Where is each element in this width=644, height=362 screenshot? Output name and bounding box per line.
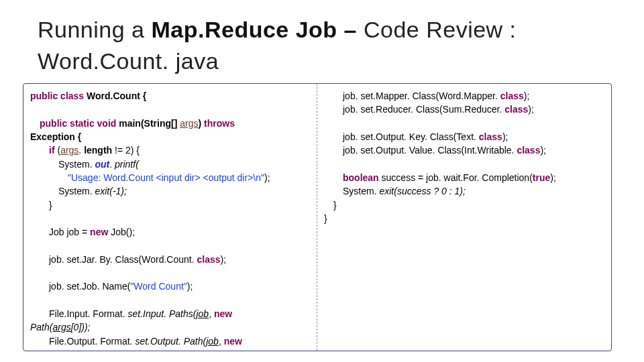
code-line: job. set.Reducer. Class(Sum.Reducer. cla…: [324, 103, 604, 116]
code-line: Job job = new Job();: [30, 225, 310, 239]
code-line: job. set.Mapper. Class(Word.Mapper. clas…: [324, 89, 604, 103]
code-line: "Usage: Word.Count <input dir> <output d…: [30, 171, 310, 184]
slide: Running a Map.Reduce Job – Code Review :…: [0, 0, 644, 362]
code-line: File.Output. Format. set.Output. Path(jo…: [30, 335, 310, 348]
code-line: Path(args[0]));: [30, 320, 310, 334]
code-line: }: [324, 198, 604, 212]
code-line: [30, 239, 310, 252]
title-bold: Map.Reduce Job –: [151, 17, 363, 42]
code-line: [30, 294, 310, 307]
code-line: }: [324, 212, 604, 225]
code-line: if (args. length != 2) {: [30, 143, 310, 157]
code-line: [30, 212, 310, 225]
code-line: System. exit(-1);: [30, 184, 310, 198]
code-line: public class Word.Count {: [30, 89, 310, 103]
title-post: Code Review :: [364, 17, 517, 42]
code-col-left: public class Word.Count { public static …: [23, 84, 317, 351]
code-line: job. set.Jar. By. Class(Word.Count. clas…: [30, 253, 310, 266]
code-line: System. exit(success ? 0 : 1);: [324, 184, 604, 198]
code-line: [30, 266, 310, 280]
title-pre: Running a: [38, 17, 151, 42]
code-line: job. set.Job. Name("Word Count");: [30, 280, 310, 293]
code-line: }: [30, 198, 310, 212]
code-line: [324, 158, 604, 171]
code-line: [324, 117, 604, 130]
code-line: [30, 103, 310, 116]
code-line: boolean success = job. wait.For. Complet…: [324, 171, 604, 184]
code-line: public static void main(String[] args) t…: [30, 117, 310, 130]
code-col-right: job. set.Mapper. Class(Word.Mapper. clas…: [317, 84, 611, 351]
code-box: public class Word.Count { public static …: [23, 83, 612, 351]
code-line: job. set.Output. Key. Class(Text. class)…: [324, 130, 604, 143]
slide-title-line1: Running a Map.Reduce Job – Code Review :: [38, 16, 620, 44]
code-line: job. set.Output. Value. Class(Int.Writab…: [324, 143, 604, 157]
slide-title-line2: Word.Count. java: [38, 49, 620, 74]
code-line: Exception {: [30, 130, 310, 143]
code-line: System. out. printf(: [30, 158, 310, 171]
code-line: File.Input. Format. set.Input. Paths(job…: [30, 307, 310, 320]
